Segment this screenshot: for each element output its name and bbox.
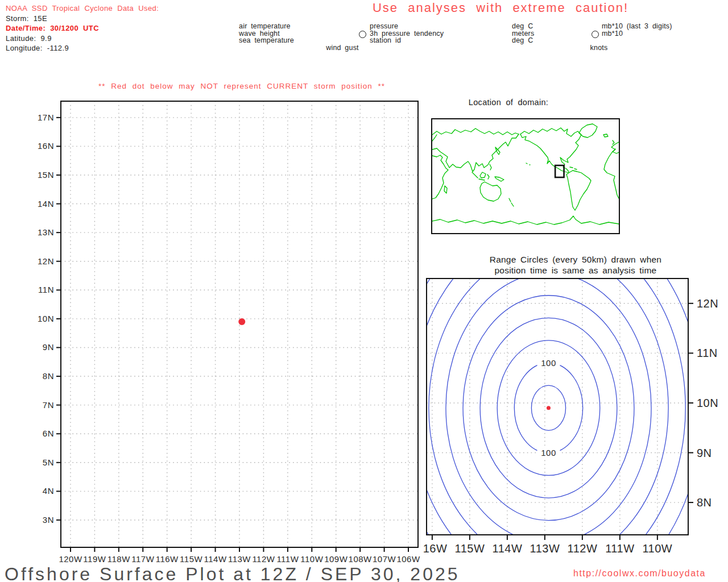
svg-text:15N: 15N — [38, 170, 54, 180]
range-storm-dot — [547, 406, 551, 410]
svg-text:110W: 110W — [300, 554, 323, 564]
svg-text:112W: 112W — [252, 554, 275, 564]
svg-text:107W: 107W — [373, 554, 396, 564]
station-legend-right: pressure 3h pressure tendency station id — [370, 23, 495, 44]
svg-text:108W: 108W — [349, 554, 373, 564]
domain-map-title: Location of domain: — [431, 98, 586, 107]
svg-text:115W: 115W — [180, 554, 202, 564]
storm-position-warning: ** Red dot below may NOT represent CURRE… — [63, 82, 421, 90]
storm-position-dot — [238, 318, 245, 325]
svg-text:9N: 9N — [43, 342, 54, 352]
svg-text:12N: 12N — [697, 297, 718, 310]
station-legend-left: air temperature wave height sea temperat… — [239, 23, 357, 44]
contour-label: 100 — [541, 358, 556, 368]
svg-text:11N: 11N — [38, 285, 54, 294]
info-line-datetime: Date/Time: 30/1200 UTC — [6, 23, 159, 34]
svg-text:17N: 17N — [38, 113, 54, 122]
units-legend-left: deg C meters deg C — [512, 23, 589, 44]
units-model-circle-icon — [592, 31, 599, 38]
svg-text:4N: 4N — [43, 486, 54, 496]
svg-text:110W: 110W — [642, 542, 672, 555]
svg-text:8N: 8N — [43, 371, 54, 381]
svg-text:114W: 114W — [493, 542, 523, 555]
svg-text:10N: 10N — [38, 314, 54, 323]
storm-info-block: NOAA SSD Tropical Cyclone Data Used: Sto… — [6, 3, 159, 53]
range-grid — [427, 278, 688, 535]
svg-text:111W: 111W — [605, 542, 634, 555]
svg-text:116W: 116W — [423, 542, 447, 555]
svg-text:120W: 120W — [59, 554, 82, 564]
svg-text:7N: 7N — [43, 400, 54, 410]
svg-text:8N: 8N — [697, 496, 712, 509]
caution-headline: Use analyses with extreme caution! — [318, 1, 682, 15]
world-map — [432, 119, 619, 233]
range-circles-title: Range Circles (every 50km) drawn when po… — [423, 255, 728, 276]
info-line-storm: Storm: 15E — [6, 14, 159, 24]
svg-text:106W: 106W — [396, 554, 420, 564]
svg-text:119W: 119W — [83, 554, 106, 564]
svg-text:10N: 10N — [697, 397, 718, 409]
units-legend-right: mb*10 (last 3 digits) mb*10 — [602, 23, 721, 37]
info-line-source: NOAA SSD Tropical Cyclone Data Used: — [6, 3, 159, 14]
main-grid — [61, 101, 418, 547]
svg-text:109W: 109W — [324, 554, 348, 564]
svg-text:118W: 118W — [107, 554, 130, 564]
svg-text:116W: 116W — [156, 554, 179, 564]
svg-text:117W: 117W — [131, 554, 154, 564]
info-line-longitude: Longitude: -112.9 — [6, 43, 159, 53]
contour-label: 100 — [541, 448, 556, 458]
info-line-latitude: Latitude: 9.9 — [6, 34, 159, 44]
units-legend-bottom: knots — [562, 44, 636, 52]
range-circle-group — [423, 277, 702, 567]
svg-text:13N: 13N — [38, 227, 54, 237]
svg-text:115W: 115W — [455, 542, 485, 555]
svg-text:14N: 14N — [38, 199, 54, 209]
main-surface-plot-chart: 120W119W118W117W116W115W114W113W112W111W… — [35, 100, 428, 568]
svg-text:114W: 114W — [204, 554, 227, 564]
svg-text:16N: 16N — [38, 141, 54, 151]
svg-text:9N: 9N — [697, 447, 712, 459]
range-circles-chart: 116W115W114W113W112W111W110W12N11N10N9N8… — [423, 277, 728, 567]
buoydata-link[interactable]: http://coolwx.com/buoydata — [573, 568, 706, 579]
page-title: Offshore Surface Plot at 12Z / SEP 30, 2… — [5, 564, 460, 582]
svg-text:3N: 3N — [43, 515, 54, 525]
station-legend-bottom: wind gust — [305, 44, 379, 52]
svg-text:113W: 113W — [530, 542, 560, 555]
svg-text:111W: 111W — [276, 554, 299, 564]
svg-text:12N: 12N — [38, 256, 54, 266]
svg-text:5N: 5N — [43, 458, 54, 467]
domain-map-frame — [431, 118, 620, 234]
svg-text:6N: 6N — [43, 429, 54, 438]
coastlines — [432, 124, 619, 225]
svg-text:11N: 11N — [697, 347, 718, 359]
svg-text:112W: 112W — [568, 542, 598, 555]
station-model-circle-icon — [359, 31, 366, 38]
svg-text:113W: 113W — [228, 554, 251, 564]
